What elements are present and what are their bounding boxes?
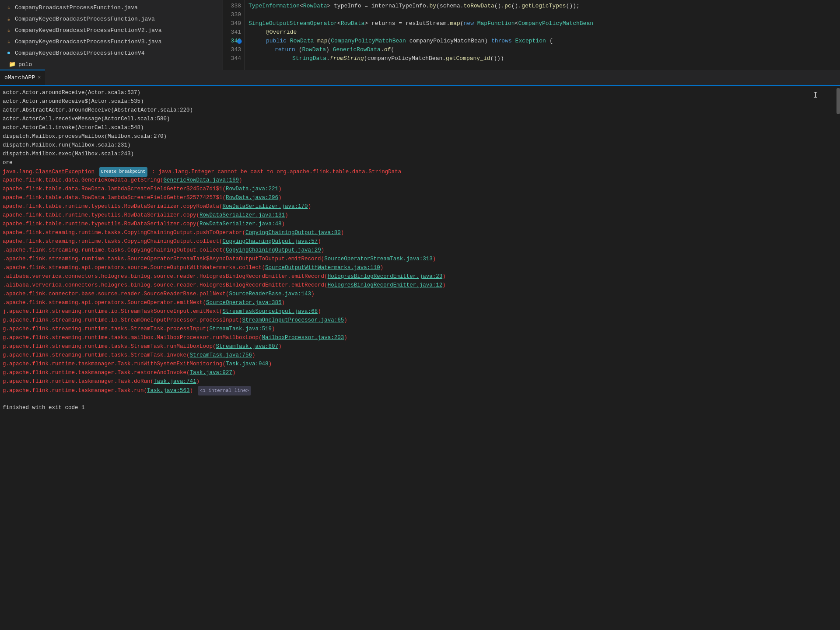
code-lines: TypeInformation<RowData> typeInfo = inte… (245, 0, 840, 70)
console-line-source-op-313: .apache.flink.streaming.runtime.tasks.So… (2, 255, 840, 263)
tab-bar: oMatchAPP × (0, 70, 840, 85)
streamtasksource-link-68[interactable]: StreamTaskSourceInput.java:68 (223, 308, 318, 315)
console-line-task-948: g.apache.flink.runtime.taskmanager.Task.… (2, 360, 840, 368)
internal-line-badge: <1 internal line> (198, 386, 251, 396)
code-editor: 338 339 340 341 342 🔵 343 344 TypeInform… (223, 0, 840, 70)
line-num-338: 338 (225, 2, 241, 10)
line-num-343: 343 (225, 46, 241, 54)
generic-row-link[interactable]: GenericRowData.java:169 (164, 177, 239, 183)
console-line-rowdataserializer-copy: apache.flink.table.runtime.typeutils.Row… (2, 202, 840, 211)
java-icon: ☕ (5, 4, 12, 11)
console-line-copying-29: .apache.flink.streaming.runtime.tasks.Co… (2, 246, 840, 255)
line-num-344: 344 (225, 54, 241, 63)
create-breakpoint-badge[interactable]: Create breakpoint (99, 167, 147, 177)
copying-link-29[interactable]: CopyingChainingOutput.java:29 (226, 247, 321, 253)
code-line-338: TypeInformation<RowData> typeInfo = inte… (248, 2, 836, 10)
line-num-340: 340 (225, 19, 241, 28)
folder-name-polo: polo (18, 61, 32, 68)
console-line-task-563: g.apache.flink.runtime.taskmanager.Task.… (2, 386, 840, 395)
console-line-streamone-65: g.apache.flink.streaming.runtime.io.Stre… (2, 316, 840, 325)
console-exit-line: finished with exit code 1 (2, 403, 840, 412)
task-link-741[interactable]: Task.java:741 (154, 378, 196, 385)
console-line-4: actor.ActorCell.receiveMessage(ActorCell… (2, 115, 840, 123)
streamtask-link-756[interactable]: StreamTask.java:756 (190, 352, 252, 358)
copying-link-57[interactable]: CopyingChainingOutput.java:57 (223, 238, 318, 245)
console-line-exception: java.lang.ClassCastException Create brea… (2, 167, 840, 176)
source-output-link-110[interactable]: SourceOutputWithWatermarks.java:110 (265, 265, 380, 271)
streamtask-link-807[interactable]: StreamTask.java:807 (216, 343, 279, 350)
text-cursor: I (813, 90, 818, 100)
sourcereader-link-143[interactable]: SourceReaderBase.java:143 (229, 291, 312, 297)
console-line-sourcereader-143: .apache.flink.connector.base.source.read… (2, 290, 840, 298)
sidebar-item-keyed-v2[interactable]: ☕ CompanyKeyedBroadcastProcessFunctionV2… (0, 24, 223, 36)
rowdata-serializer-link-131[interactable]: RowDataSerializer.java:131 (200, 212, 285, 218)
tab-close-button[interactable]: × (38, 75, 41, 81)
console-line-copying-80: apache.flink.streaming.runtime.tasks.Cop… (2, 228, 840, 237)
console-line-7: dispatch.Mailbox.run(Mailbox.scala:231) (2, 141, 840, 150)
sidebar-folder-polo[interactable]: 📁 polo (0, 59, 223, 70)
copying-link-80[interactable]: CopyingChainingOutput.java:80 (245, 230, 341, 236)
code-line-339 (248, 10, 836, 19)
console-line-ore: ore (2, 158, 840, 167)
console-line-2: actor.Actor.aroundReceive$(Actor.scala:5… (2, 97, 840, 106)
rowdata-serializer-link-48[interactable]: RowDataSerializer.java:48 (200, 221, 282, 227)
sidebar-item-keyed-v0[interactable]: ☕ CompanyKeyedBroadcastProcessFunction.j… (0, 13, 223, 24)
file-tree: ☕ CompanyBroadcastProcessFunction.java ☕… (0, 0, 223, 70)
hologres-link-23[interactable]: HologresBinlogRecordEmitter.java:23 (328, 273, 443, 280)
code-line-341: @Override (248, 28, 836, 37)
vertical-scrollbar[interactable] (836, 86, 840, 630)
rowdata-serializer-link-copy[interactable]: RowDataSerializer.java:170 (223, 203, 308, 210)
console-line-streamtasksource-68: j.apache.flink.streaming.runtime.io.Stre… (2, 307, 840, 316)
class-cast-exception-link[interactable]: ClassCastException (35, 169, 94, 175)
scrollbar-thumb[interactable] (836, 88, 840, 114)
circle-icon: ● (5, 49, 12, 56)
console-line-3: actor.AbstractActor.aroundReceive(Abstra… (2, 106, 840, 115)
sidebar-item-keyed-v4[interactable]: ● CompanyKeyedBroadcastProcessFunctionV4 (0, 47, 223, 59)
code-line-344: StringData.fromString(companyPolicyMatch… (248, 54, 836, 63)
rowdata-link-1[interactable]: RowData.java:221 (226, 186, 278, 192)
console-line-8: dispatch.Mailbox.exec(Mailbox.scala:243) (2, 150, 840, 158)
tab-omatchapp[interactable]: oMatchAPP × (0, 70, 45, 85)
java-icon: ☕ (5, 38, 12, 45)
line-num-339: 339 (225, 10, 241, 19)
file-name-keyed-v3: CompanyKeyedBroadcastProcessFunctionV3.j… (15, 38, 161, 45)
console-line-rowdataserializer-48: apache.flink.table.runtime.typeutils.Row… (2, 220, 840, 228)
sourceop-link-385[interactable]: SourceOperator.java:385 (206, 300, 282, 306)
console-line-rowdataserializer-131: apache.flink.table.runtime.typeutils.Row… (2, 211, 840, 220)
console-line-sourceop-385: .apache.flink.streaming.api.operators.So… (2, 298, 840, 307)
file-name-keyed-v4: CompanyKeyedBroadcastProcessFunctionV4 (15, 50, 144, 56)
java-icon: ☕ (5, 27, 12, 34)
hologres-link-12[interactable]: HologresBinlogRecordEmitter.java:12 (328, 282, 443, 288)
console-line-5: actor.ActorCell.invoke(ActorCell.scala:5… (2, 123, 840, 132)
console-line-streamtask-519: g.apache.flink.streaming.runtime.tasks.S… (2, 325, 840, 333)
console-line-blank (2, 395, 840, 403)
folder-icon-polo: 📁 (9, 61, 16, 68)
console-line-streamtask-807: g.apache.flink.streaming.runtime.tasks.S… (2, 342, 840, 351)
file-name-keyed-v0: CompanyKeyedBroadcastProcessFunction.jav… (15, 16, 155, 22)
line-numbers: 338 339 340 341 342 🔵 343 344 (223, 0, 245, 70)
mailbox-link-203[interactable]: MailboxProcessor.java:203 (262, 335, 344, 341)
java-icon: ☕ (5, 15, 12, 22)
sidebar-item-keyed-v3[interactable]: ☕ CompanyKeyedBroadcastProcessFunctionV3… (0, 36, 223, 47)
console-line-hologres-12: .alibaba.ververica.connectors.hologres.b… (2, 281, 840, 290)
console-line-source-output-110: .apache.flink.streaming.api.operators.so… (2, 263, 840, 272)
task-link-948[interactable]: Task.java:948 (226, 361, 269, 367)
code-line-342: public RowData map(CompanyPolicyMatchBea… (248, 37, 836, 46)
streamone-link-65[interactable]: StreamOneInputProcessor.java:65 (242, 317, 344, 323)
streamtask-link-519[interactable]: StreamTask.java:519 (210, 326, 272, 332)
tab-label: oMatchAPP (4, 74, 35, 81)
console-line-task-741: g.apache.flink.runtime.taskmanager.Task.… (2, 377, 840, 386)
sidebar-item-broadcast[interactable]: ☕ CompanyBroadcastProcessFunction.java (0, 2, 223, 13)
console-output: actor.Actor.aroundReceive(Actor.scala:53… (0, 86, 840, 630)
rowdata-link-2[interactable]: RowData.java:296 (226, 195, 278, 201)
console-line-hologres-23: .alibaba.ververica.connectors.hologres.b… (2, 272, 840, 281)
task-link-563[interactable]: Task.java:563 (147, 388, 190, 394)
file-name-broadcast: CompanyBroadcastProcessFunction.java (15, 4, 138, 11)
console-line-mailboxprocessor-203: g.apache.flink.streaming.runtime.tasks.m… (2, 333, 840, 342)
console-line-rowdata-1: apache.flink.table.data.RowData.lambda$c… (2, 185, 840, 193)
source-op-link-313[interactable]: SourceOperatorStreamTask.java:313 (324, 256, 433, 262)
console-line-generic-row: apache.flink.table.data.GenericRowData.g… (2, 176, 840, 185)
console-line-rowdata-2: apache.flink.table.data.RowData.lambda$c… (2, 193, 840, 202)
console-line-streamtask-756: g.apache.flink.streaming.runtime.tasks.S… (2, 351, 840, 360)
task-link-927[interactable]: Task.java:927 (190, 370, 233, 376)
